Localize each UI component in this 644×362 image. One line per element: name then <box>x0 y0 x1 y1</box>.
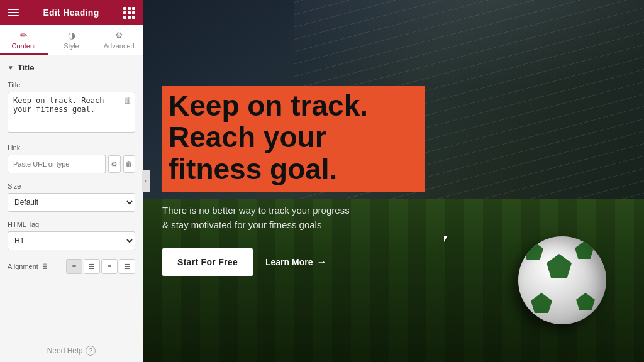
align-right-button[interactable]: ≡ <box>101 259 118 274</box>
hero-heading-line3: fitness goal. <box>169 153 337 185</box>
align-left-button[interactable]: ≡ <box>66 259 82 274</box>
style-tab-icon: ◑ <box>68 30 75 40</box>
html-tag-field-group: HTML Tag H1 H2 H3 H4 H5 H6 div span p <box>8 221 135 250</box>
title-trash-button[interactable]: 🗑 <box>123 96 131 105</box>
content-tab-icon: ✏ <box>20 30 28 40</box>
tab-advanced-label: Advanced <box>104 42 135 50</box>
link-field-label: Link <box>8 144 135 151</box>
html-tag-field-label: HTML Tag <box>8 221 135 228</box>
tab-advanced[interactable]: ⚙ Advanced <box>95 25 143 55</box>
link-settings-button[interactable]: ⚙ <box>108 155 121 173</box>
grid-menu-icon[interactable] <box>123 7 135 19</box>
need-help-section: Need Help ? <box>0 339 143 362</box>
content-overlay: Keep on track. Reach your fitness goal. … <box>143 0 444 362</box>
start-for-free-button[interactable]: Start For Free <box>162 248 253 276</box>
link-field-group: Link ⚙ 🗑 <box>8 144 135 173</box>
section-title-label: Title <box>18 63 35 72</box>
size-select[interactable]: Default Small Medium Large XL XXL <box>8 193 135 212</box>
panel-title: Edit Heading <box>43 8 99 18</box>
ball-patch-4 <box>531 293 552 313</box>
link-input[interactable] <box>8 155 106 173</box>
alignment-field-group: Alignment 🖥 ≡ ☰ ≡ ☰ <box>8 259 135 274</box>
panel-header: Edit Heading <box>0 0 143 25</box>
main-preview-area: Keep on track. Reach your fitness goal. … <box>143 0 644 362</box>
align-justify-button[interactable]: ☰ <box>119 259 135 274</box>
ball-patch-5 <box>576 293 595 310</box>
need-help-label: Need Help <box>47 346 83 355</box>
panel-body: ▼ Title Title Keep on track. Reach your … <box>0 55 143 339</box>
section-arrow-icon: ▼ <box>8 64 14 71</box>
ball-patch-1 <box>547 254 572 278</box>
learn-more-button[interactable]: Learn More → <box>265 256 326 268</box>
hero-desc-line2: & stay motivated for your fitness goals <box>162 219 321 230</box>
alignment-monitor-icon: 🖥 <box>41 262 48 271</box>
link-row: ⚙ 🗑 <box>8 155 135 173</box>
title-textarea-wrap: Keep on track. Reach your fitness goal. … <box>8 92 135 135</box>
align-center-button[interactable]: ☰ <box>84 259 100 274</box>
alignment-label-text: Alignment <box>8 263 38 270</box>
hero-button-row: Start For Free Learn More → <box>162 248 425 276</box>
link-trash-button[interactable]: 🗑 <box>123 155 136 173</box>
html-tag-select[interactable]: H1 H2 H3 H4 H5 H6 div span p <box>8 231 135 250</box>
hero-desc-line1: There is no better way to track your pro… <box>162 205 350 216</box>
learn-more-arrow-icon: → <box>316 256 326 268</box>
hamburger-menu-icon[interactable] <box>8 9 19 16</box>
help-icon[interactable]: ? <box>86 346 96 356</box>
section-title-title: ▼ Title <box>8 63 135 72</box>
left-panel: Edit Heading ✏ Content ◑ Style ⚙ Advance… <box>0 0 143 362</box>
alignment-buttons: ≡ ☰ ≡ ☰ <box>66 259 135 274</box>
hero-heading-block: Keep on track. Reach your fitness goal. <box>162 86 425 192</box>
tab-style-label: Style <box>64 42 79 50</box>
size-field-label: Size <box>8 182 135 190</box>
hero-heading-line2: Reach your <box>169 121 326 153</box>
hero-heading-line1: Keep on track. <box>169 89 368 122</box>
panel-collapse-handle[interactable]: ‹ <box>142 170 150 192</box>
alignment-label: Alignment 🖥 <box>8 262 61 271</box>
alignment-row: Alignment 🖥 ≡ ☰ ≡ ☰ <box>8 259 135 274</box>
tab-bar: ✏ Content ◑ Style ⚙ Advanced <box>0 25 143 55</box>
advanced-tab-icon: ⚙ <box>115 30 123 40</box>
hero-description: There is no better way to track your pro… <box>162 203 425 233</box>
tab-style[interactable]: ◑ Style <box>48 25 96 55</box>
tab-content-label: Content <box>12 42 36 50</box>
title-textarea[interactable]: Keep on track. Reach your fitness goal. <box>8 92 135 133</box>
title-field-label: Title <box>8 81 135 89</box>
learn-more-label: Learn More <box>265 257 313 267</box>
title-field-group: Title Keep on track. Reach your fitness … <box>8 81 135 135</box>
soccer-ball <box>518 236 606 324</box>
hero-heading-text: Keep on track. Reach your fitness goal. <box>169 90 419 185</box>
size-field-group: Size Default Small Medium Large XL XXL <box>8 182 135 212</box>
tab-content[interactable]: ✏ Content <box>0 25 48 55</box>
